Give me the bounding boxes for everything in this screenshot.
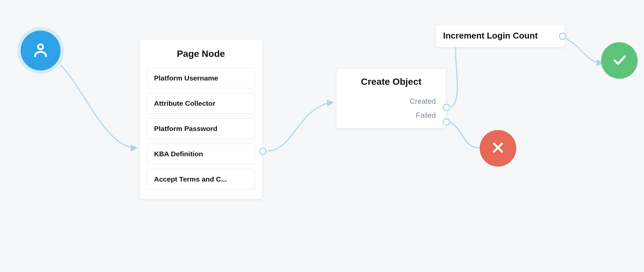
create-object-outcome-failed: Failed bbox=[347, 108, 436, 122]
create-object-title: Create Object bbox=[347, 76, 436, 87]
page-node-item[interactable]: Platform Password bbox=[147, 118, 255, 139]
user-icon bbox=[31, 41, 50, 61]
create-object-outcome-created: Created bbox=[347, 94, 436, 108]
check-icon bbox=[611, 52, 627, 69]
create-object-failed-port[interactable] bbox=[443, 118, 450, 126]
start-node[interactable] bbox=[21, 31, 61, 70]
page-node-item[interactable]: Attribute Collector bbox=[147, 93, 255, 114]
page-node-item[interactable]: Platform Username bbox=[147, 68, 255, 88]
page-node-item[interactable]: KBA Definition bbox=[147, 144, 255, 164]
page-node-card[interactable]: Page Node Platform Username Attribute Co… bbox=[139, 39, 262, 199]
close-icon bbox=[490, 140, 506, 157]
create-object-created-port[interactable] bbox=[443, 104, 450, 111]
page-node-item[interactable]: Accept Terms and C... bbox=[147, 169, 255, 190]
svg-point-0 bbox=[38, 44, 43, 49]
increment-output-port[interactable] bbox=[559, 33, 566, 40]
create-object-card[interactable]: Create Object Created Failed bbox=[336, 68, 446, 129]
increment-title: Increment Login Count bbox=[443, 31, 558, 41]
success-node[interactable] bbox=[601, 42, 638, 79]
page-node-output-port[interactable] bbox=[259, 148, 266, 155]
page-node-title: Page Node bbox=[147, 49, 255, 59]
increment-login-count-card[interactable]: Increment Login Count bbox=[435, 24, 565, 47]
failure-node[interactable] bbox=[480, 130, 516, 167]
